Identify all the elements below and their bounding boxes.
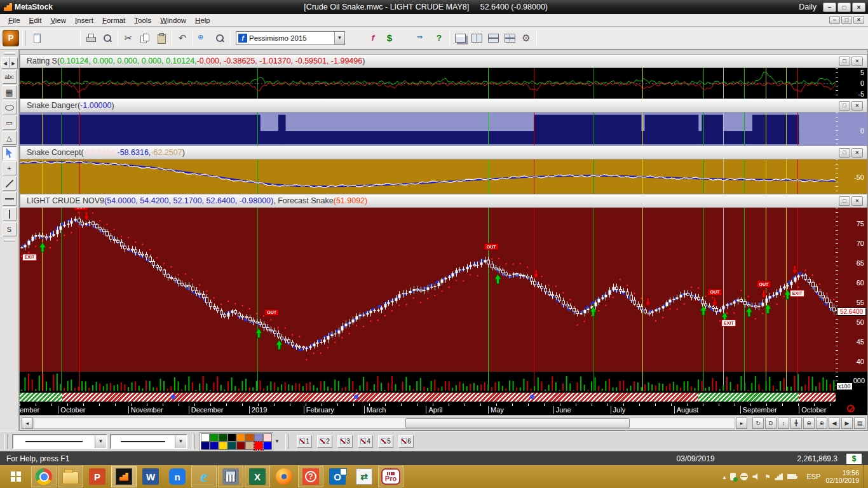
dropdown-icon[interactable]: ▼ [175, 435, 186, 448]
scale-vertical-button[interactable]: ↕ [778, 417, 789, 429]
color-swatch-0000ff[interactable] [263, 442, 272, 450]
menu-view[interactable]: View [46, 15, 71, 25]
close-button[interactable]: × [852, 3, 865, 12]
menu-format[interactable]: Format [98, 15, 130, 25]
page-left-button[interactable]: ◀ [829, 417, 840, 429]
language-indicator[interactable]: ESP [806, 473, 820, 480]
price-plot[interactable] [20, 208, 836, 372]
menu-insert[interactable]: Insert [71, 15, 98, 25]
taskbar-calculator[interactable] [218, 466, 243, 487]
danger-plot[interactable] [20, 112, 836, 146]
taskbar-excel[interactable]: X [245, 466, 270, 487]
panel-close-button[interactable]: × [851, 196, 863, 206]
color-swatch-0000b0[interactable] [210, 442, 219, 450]
combo-dropdown-icon[interactable]: ▼ [334, 32, 344, 44]
print-button[interactable] [83, 30, 99, 46]
print-preview-button[interactable] [99, 30, 116, 46]
scrollbar-thumb[interactable] [405, 418, 630, 428]
hidden-icons-button[interactable]: ▴ [722, 473, 726, 480]
volume-plot[interactable] [20, 372, 836, 391]
palette-dropdown-icon[interactable]: ▼ [273, 438, 281, 444]
color-swatch-d2b48c[interactable] [245, 442, 254, 450]
panel-maximize-button[interactable]: □ [839, 57, 850, 66]
show-desktop-button[interactable] [863, 465, 867, 488]
clock[interactable]: 19:56 02/10/2019 [825, 469, 859, 484]
usb-device-icon[interactable] [730, 473, 736, 480]
rating-plot[interactable] [20, 68, 836, 98]
angle-tool[interactable]: S [3, 222, 17, 236]
panel-maximize-button[interactable]: □ [839, 101, 850, 111]
trendline-style-5-button[interactable]: 5 [378, 435, 393, 448]
dropdown-icon[interactable]: ▼ [95, 435, 106, 448]
crosshair-tool[interactable]: + [3, 161, 17, 175]
child-minimize-button[interactable]: – [829, 16, 840, 24]
concept-panel-header[interactable]: Snake Concept (-63.6664, -58.6316, -62.2… [20, 146, 867, 159]
color-swatch-ffd8d8[interactable] [263, 433, 272, 442]
refresh-button[interactable]: ↻ [752, 417, 764, 429]
panel-close-button[interactable]: × [851, 57, 863, 66]
trendline-tool[interactable] [3, 177, 17, 191]
indicator-builder-button[interactable]: f [365, 30, 381, 46]
color-swatch-005000[interactable] [219, 433, 227, 442]
expert-advisor-button[interactable] [348, 30, 365, 46]
crosshair-pointer-button[interactable]: ⊕ [195, 30, 212, 46]
child-restore-button[interactable]: □ [841, 16, 852, 24]
menu-file[interactable]: File [4, 15, 25, 25]
taskbar-chrome[interactable] [31, 466, 57, 487]
toolbar-grip[interactable] [192, 434, 195, 449]
taskbar-internet-explorer[interactable]: e [191, 466, 217, 487]
triangle-tool[interactable]: △ [3, 131, 17, 145]
taskbar-metastock-pro[interactable]: Pro [378, 466, 403, 487]
taskbar-powerpoint[interactable]: P [85, 466, 110, 487]
template-combo[interactable]: f Pessimismo 2015 ▼ [236, 31, 345, 45]
tile-vertical-button[interactable] [468, 30, 485, 46]
taskbar-maxthon[interactable]: n [165, 466, 190, 487]
zoom-out-button[interactable]: ⊖ [803, 417, 815, 429]
chart-options-button[interactable]: ⚙ [518, 30, 534, 46]
trendline-style-2-button[interactable]: 2 [317, 435, 332, 448]
scrollbar-track[interactable] [34, 417, 735, 429]
start-button[interactable] [1, 465, 31, 488]
color-swatch-ff0000[interactable] [254, 442, 263, 450]
taskbar-help-viewer[interactable]: ? [298, 466, 323, 487]
cut-button[interactable]: ✂ [120, 30, 137, 46]
page-right-button[interactable]: ▶ [841, 417, 853, 429]
line-weight-combo[interactable]: ▼ [110, 434, 187, 449]
color-swatch-004f4f[interactable] [227, 442, 236, 450]
rating-panel-header[interactable]: Rating S (0.10124, 0.000, 0.000, 0.000, … [20, 54, 867, 68]
panel-maximize-button[interactable]: □ [839, 148, 850, 158]
signal-strength-icon[interactable] [775, 473, 783, 480]
color-swatch-000000[interactable] [227, 433, 236, 442]
color-swatch-8888cc[interactable] [254, 433, 263, 442]
open-chart-button[interactable] [45, 30, 62, 46]
copy-button[interactable] [137, 30, 153, 46]
danger-panel-header[interactable]: Snake Danger (-1.00000) □× [20, 98, 867, 112]
taskbar-metastock[interactable] [111, 466, 137, 487]
panel-close-button[interactable]: × [851, 148, 863, 158]
price-panel-header[interactable]: LIGHT CRUDE NOV9 (54.0000, 54.4200, 52.1… [20, 194, 867, 208]
trendline-style-6-button[interactable]: 6 [398, 435, 414, 448]
context-help-button[interactable]: ? [431, 30, 447, 46]
color-swatch-000080[interactable] [201, 442, 210, 450]
menu-help[interactable]: Help [191, 15, 215, 25]
paste-button[interactable] [153, 30, 170, 46]
rail-grip[interactable] [4, 239, 15, 241]
undo-button[interactable]: ↶ [174, 30, 191, 46]
scroll-right-button[interactable]: ▸ [736, 417, 747, 429]
color-swatch-cc5500[interactable] [245, 433, 254, 442]
rail-grip[interactable] [4, 52, 15, 55]
tile-horizontal-button[interactable] [485, 30, 501, 46]
taskbar-file-explorer[interactable] [58, 466, 83, 487]
child-close-button[interactable]: × [853, 16, 864, 24]
periodicity-daily-button[interactable]: D [765, 417, 776, 429]
volume-icon[interactable] [752, 473, 760, 480]
trendline-style-3-button[interactable]: 3 [337, 435, 353, 448]
panel-close-button[interactable]: × [851, 101, 863, 111]
color-swatch-8b0000[interactable] [236, 442, 245, 450]
zoom-box-button[interactable] [212, 30, 228, 46]
horizontal-line-tool[interactable] [3, 192, 17, 206]
taskbar-ms-project[interactable]: ⇄ [351, 466, 377, 487]
toolbar-grip[interactable] [4, 434, 8, 449]
tile-quad-button[interactable] [501, 30, 518, 46]
color-swatch-ffffff[interactable] [201, 433, 210, 442]
